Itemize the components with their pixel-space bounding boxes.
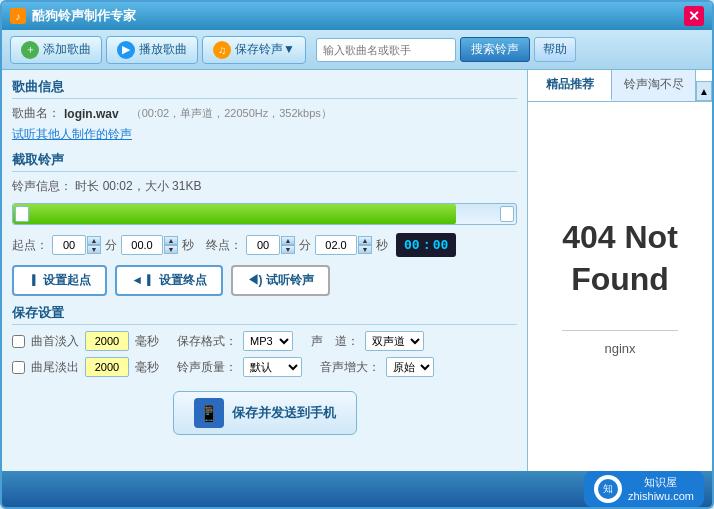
fade-in-label: 曲首淡入 [31,333,79,350]
add-icon: ＋ [21,41,39,59]
song-name-row: 歌曲名： login.wav （00:02，单声道，22050Hz，352kbp… [12,105,517,122]
end-min-spin: ▲ ▼ [246,235,295,255]
end-sec-spin: ▲ ▼ [315,235,372,255]
start-sec-input[interactable] [121,235,163,255]
fade-in-unit: 毫秒 [135,333,159,350]
song-name-value: login.wav [64,107,119,121]
ringtone-info: 铃声信息： 时长 00:02，大小 31KB [12,178,517,195]
brand-icon: 知 [594,475,622,503]
fade-in-input[interactable] [85,331,129,351]
end-min-down[interactable]: ▼ [281,245,295,254]
time-controls: 起点： ▲ ▼ 分 ▲ ▼ [12,233,517,257]
end-sec-down[interactable]: ▼ [358,245,372,254]
channel-select[interactable]: 双声道单声道 [365,331,424,351]
song-info-section: 歌曲信息 歌曲名： login.wav （00:02，单声道，22050Hz，3… [12,78,517,143]
save-phone-label: 保存并发送到手机 [232,404,336,422]
progress-fill [13,204,456,224]
end-sec-spinbtns: ▲ ▼ [358,236,372,254]
footer: 知 知识屋 zhishiwu.com [2,471,712,507]
brand-url: zhishiwu.com [628,489,694,503]
end-min-spinbtns: ▲ ▼ [281,236,295,254]
right-content: 404 Not Found nginx [528,102,712,471]
tab-more[interactable]: 铃声淘不尽 [612,70,696,101]
format-select[interactable]: MP3AACWAV [243,331,293,351]
bottom-area: 📱 保存并发送到手机 [12,383,517,439]
scroll-up-btn[interactable]: ▲ [696,81,712,101]
end-sec-input[interactable] [315,235,357,255]
set-end-button[interactable]: ◄▎ 设置终点 [115,265,222,296]
start-label: 起点： [12,237,48,254]
time-display: 00：00 [396,233,456,257]
left-panel: 歌曲信息 歌曲名： login.wav （00:02，单声道，22050Hz，3… [2,70,527,471]
end-fen-label: 分 [299,237,311,254]
fade-in-row: 曲首淡入 毫秒 保存格式： MP3AACWAV 声 道： 双声道单声道 [12,331,517,351]
format-label: 保存格式： [177,333,237,350]
fade-in-checkbox[interactable] [12,335,25,348]
end-min-input[interactable] [246,235,280,255]
end-sec-up[interactable]: ▲ [358,236,372,245]
ringtone-info-label: 铃声信息： [12,179,72,193]
search-button[interactable]: 搜索铃声 [460,37,530,62]
fade-out-row: 曲尾淡出 毫秒 铃声质量： 默认高质量 音声增大： 原始增大 [12,357,517,377]
app-icon: ♪ [10,8,26,24]
quality-select[interactable]: 默认高质量 [243,357,302,377]
error-title: 404 Not Found [562,217,678,300]
progress-container [12,203,517,225]
progress-handle-left[interactable] [15,206,29,222]
right-panel: 精品推荐 铃声淘不尽 ▲ 404 Not Found nginx [527,70,712,471]
ringtone-section: 截取铃声 铃声信息： 时长 00:02，大小 31KB 起点： [12,151,517,296]
listen-link-row: 试听其他人制作的铃声 [12,126,517,143]
ringtone-info-value: 时长 00:02，大小 31KB [75,179,201,193]
nginx-label: nginx [604,341,635,356]
end-miao-label: 秒 [376,237,388,254]
start-sec-spin: ▲ ▼ [121,235,178,255]
right-tabs: 精品推荐 铃声淘不尽 ▲ [528,70,712,102]
add-song-button[interactable]: ＋ 添加歌曲 [10,36,102,64]
listen-link[interactable]: 试听其他人制作的铃声 [12,126,132,143]
brand-badge: 知 知识屋 zhishiwu.com [584,471,704,508]
start-min-up[interactable]: ▲ [87,236,101,245]
title-bar: ♪ 酷狗铃声制作专家 ✕ [2,2,712,30]
start-sec-up[interactable]: ▲ [164,236,178,245]
brand-text: 知识屋 zhishiwu.com [628,475,694,504]
volume-label: 音声增大： [320,359,380,376]
ringtone-header: 截取铃声 [12,151,517,172]
save-settings-section: 保存设置 曲首淡入 毫秒 保存格式： MP3AACWAV 声 道： 双声道单声道 [12,304,517,377]
play-icon: ▶ [117,41,135,59]
close-button[interactable]: ✕ [684,6,704,26]
song-meta: （00:02，单声道，22050Hz，352kbps） [131,106,332,121]
end-label: 终点： [206,237,242,254]
phone-icon: 📱 [194,398,224,428]
action-buttons: ▎ 设置起点 ◄▎ 设置终点 ◀) 试听铃声 [12,265,517,296]
save-settings-header: 保存设置 [12,304,517,325]
search-area [316,38,456,62]
start-min-input[interactable] [52,235,86,255]
preview-button[interactable]: ◀) 试听铃声 [231,265,330,296]
fade-out-input[interactable] [85,357,129,377]
start-min-spinbtns: ▲ ▼ [87,236,101,254]
start-fen-label: 分 [105,237,117,254]
play-song-button[interactable]: ▶ 播放歌曲 [106,36,198,64]
brand-name: 知识屋 [628,475,694,489]
start-sec-spinbtns: ▲ ▼ [164,236,178,254]
progress-handle-right[interactable] [500,206,514,222]
tab-recommended[interactable]: 精品推荐 [528,70,612,101]
song-name-label: 歌曲名： [12,105,60,122]
fade-out-unit: 毫秒 [135,359,159,376]
start-min-down[interactable]: ▼ [87,245,101,254]
set-start-button[interactable]: ▎ 设置起点 [12,265,107,296]
progress-track[interactable] [12,203,517,225]
save-ring-button[interactable]: ♫ 保存铃声▼ [202,36,306,64]
save-ring-label: 保存铃声▼ [235,41,295,58]
help-button[interactable]: 帮助 [534,37,576,62]
end-min-up[interactable]: ▲ [281,236,295,245]
save-phone-button[interactable]: 📱 保存并发送到手机 [173,391,357,435]
start-miao-label: 秒 [182,237,194,254]
fade-out-checkbox[interactable] [12,361,25,374]
search-input[interactable] [316,38,456,62]
start-sec-down[interactable]: ▼ [164,245,178,254]
error-line2: Found [571,261,669,297]
volume-select[interactable]: 原始增大 [386,357,434,377]
channel-label: 声 道： [311,333,359,350]
main-window: ♪ 酷狗铃声制作专家 ✕ ＋ 添加歌曲 ▶ 播放歌曲 ♫ 保存铃声▼ 搜索铃声 … [0,0,714,509]
